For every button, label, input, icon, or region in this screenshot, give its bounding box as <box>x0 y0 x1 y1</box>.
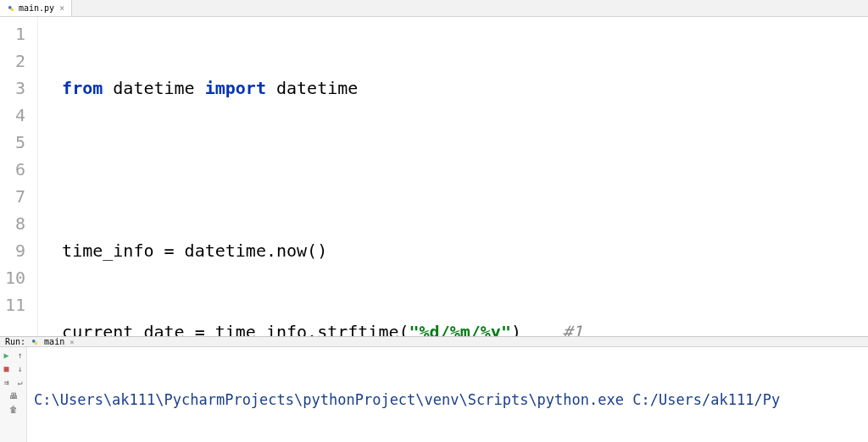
line-number: 2 <box>5 47 25 75</box>
print-button[interactable]: 🖶 <box>8 390 19 401</box>
code-line: current_date = time_info.strftime("%d/%m… <box>62 318 868 336</box>
run-panel: Run: main × ▶ ↑ ■ ↓ ⇉ ↵ 🖶 🗑 <box>0 336 868 442</box>
stop-button[interactable]: ■ <box>1 362 13 374</box>
trash-button[interactable]: 🗑 <box>8 403 19 415</box>
tab-filename: main.py <box>19 3 54 13</box>
run-config-name[interactable]: main <box>44 337 64 346</box>
line-number: 8 <box>5 210 25 237</box>
file-tab[interactable]: main.py × <box>0 0 72 16</box>
console-output[interactable]: C:\Users\ak111\PycharmProjects\pythonPro… <box>27 347 868 442</box>
line-number: 4 <box>5 102 25 129</box>
python-file-icon <box>7 4 15 13</box>
run-header: Run: main × <box>0 337 868 347</box>
rerun-button[interactable]: ▶ <box>1 349 13 361</box>
svg-point-3 <box>34 341 37 345</box>
close-icon[interactable]: × <box>70 338 74 346</box>
code-line: from datetime import datetime <box>62 75 868 102</box>
run-body: ▶ ↑ ■ ↓ ⇉ ↵ 🖶 🗑 C:\Users\ak111\PycharmPr… <box>0 347 868 442</box>
python-run-icon <box>31 338 39 346</box>
layout-button[interactable]: ⇉ <box>1 376 13 388</box>
run-label: Run: <box>5 337 25 346</box>
close-icon[interactable]: × <box>59 3 64 13</box>
line-number: 5 <box>5 129 25 156</box>
code-line <box>62 156 868 183</box>
code-content[interactable]: from datetime import datetime time_info … <box>38 17 868 336</box>
line-number: 11 <box>5 291 25 318</box>
up-button[interactable]: ↑ <box>14 349 26 361</box>
line-number: 6 <box>5 156 25 183</box>
editor-tab-bar: main.py × <box>0 0 868 17</box>
line-number: 1 <box>5 20 25 47</box>
code-editor[interactable]: 1 2 3 4 5 6 7 8 9 10 11 from datetime im… <box>0 17 868 336</box>
svg-point-1 <box>10 8 14 11</box>
run-toolbar: ▶ ↑ ■ ↓ ⇉ ↵ 🖶 🗑 <box>0 347 27 442</box>
line-number: 9 <box>5 237 25 264</box>
wrap-button[interactable]: ↵ <box>14 376 26 388</box>
line-number: 10 <box>5 264 25 291</box>
console-command: C:\Users\ak111\PycharmProjects\pythonPro… <box>34 390 861 410</box>
code-line: time_info = datetime.now() <box>62 237 868 264</box>
line-gutter: 1 2 3 4 5 6 7 8 9 10 11 <box>0 17 38 336</box>
line-number: 7 <box>5 183 25 210</box>
line-number: 3 <box>5 75 25 102</box>
down-button[interactable]: ↓ <box>14 362 26 374</box>
